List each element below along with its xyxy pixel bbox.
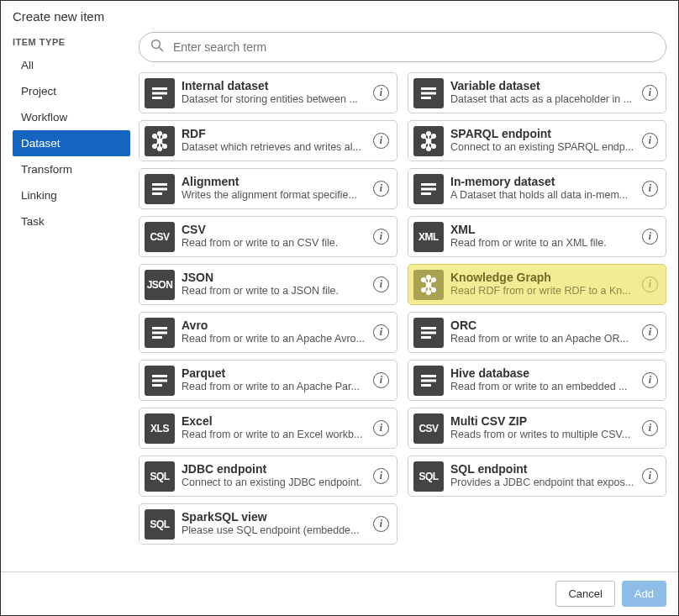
lines-icon: [413, 318, 444, 348]
info-icon[interactable]: i: [373, 276, 389, 292]
info-icon[interactable]: i: [373, 468, 389, 484]
sidebar-item[interactable]: Task: [13, 208, 130, 234]
svg-point-41: [426, 275, 431, 280]
item-card[interactable]: SQLJDBC endpointConnect to an existing J…: [139, 455, 397, 497]
card-description: Read from or write to an Excel workb...: [182, 428, 366, 442]
info-icon[interactable]: i: [642, 229, 658, 245]
info-icon[interactable]: i: [373, 85, 389, 101]
sidebar-item[interactable]: Dataset: [13, 130, 130, 156]
item-card[interactable]: XLSExcelRead from or write to an Excel w…: [139, 408, 397, 449]
card-text: ExcelRead from or write to an Excel work…: [182, 414, 366, 443]
item-card[interactable]: SQLSQL endpointProvides a JDBC endpoint …: [408, 455, 666, 497]
svg-point-40: [431, 287, 436, 292]
card-title: RDF: [182, 127, 366, 141]
svg-rect-49: [421, 336, 431, 339]
info-icon[interactable]: i: [642, 133, 658, 149]
item-card[interactable]: AlignmentWrites the alignment format spe…: [139, 168, 397, 209]
info-icon[interactable]: i: [373, 324, 389, 340]
info-icon[interactable]: i: [642, 468, 658, 484]
svg-point-21: [421, 134, 426, 139]
svg-rect-31: [421, 183, 436, 186]
format-icon: JSON: [145, 270, 175, 300]
card-description: Read from or write to an Apache Par...: [182, 380, 366, 394]
lines-icon: [145, 366, 175, 396]
info-icon[interactable]: i: [373, 420, 389, 436]
card-description: Read from or write to an XML file.: [450, 236, 635, 250]
card-description: Please use SQL endpoint (embedde...: [182, 524, 366, 538]
card-title: Avro: [182, 319, 366, 333]
svg-point-42: [426, 290, 431, 295]
svg-point-22: [431, 134, 436, 139]
svg-point-15: [157, 131, 162, 136]
format-icon: SQL: [145, 509, 175, 540]
info-icon[interactable]: i: [642, 324, 658, 340]
item-card[interactable]: SQLSparkSQL viewPlease use SQL endpoint …: [139, 503, 397, 545]
sidebar-item[interactable]: Linking: [13, 182, 130, 208]
card-text: JSONRead from or write to a JSON file.: [182, 271, 366, 299]
item-card[interactable]: Internal datasetDataset for storing enti…: [139, 72, 397, 113]
svg-rect-32: [421, 187, 436, 190]
card-title: Variable dataset: [450, 79, 635, 93]
info-icon[interactable]: i: [373, 133, 389, 149]
sidebar-item[interactable]: Transform: [13, 156, 130, 182]
svg-point-12: [162, 134, 167, 139]
svg-rect-50: [152, 375, 167, 377]
item-card[interactable]: AvroRead from or write to an Apache Avro…: [139, 312, 397, 353]
card-description: Read from or write to a JSON file.: [182, 284, 366, 298]
search-input[interactable]: [171, 39, 655, 55]
format-icon: CSV: [413, 413, 444, 444]
item-card[interactable]: CSVMulti CSV ZIPReads from or writes to …: [408, 408, 666, 449]
info-icon[interactable]: i: [642, 420, 658, 436]
card-text: AvroRead from or write to an Apache Avro…: [182, 319, 366, 347]
info-icon[interactable]: i: [642, 276, 658, 292]
item-card[interactable]: Variable datasetDataset that acts as a p…: [408, 72, 666, 113]
lines-icon: [145, 78, 175, 108]
info-icon[interactable]: i: [642, 372, 658, 388]
svg-rect-3: [152, 92, 167, 94]
info-icon[interactable]: i: [373, 229, 389, 245]
sidebar-item[interactable]: All: [13, 52, 130, 78]
item-card[interactable]: SPARQL endpointConnect to an existing SP…: [408, 120, 666, 161]
item-card[interactable]: XMLXMLRead from or write to an XML file.…: [408, 216, 666, 257]
card-description: Read RDF from or write RDF to a Kn...: [450, 284, 635, 298]
info-icon[interactable]: i: [373, 181, 389, 197]
card-description: Reads from or writes to multiple CSV...: [450, 428, 635, 442]
sidebar-item[interactable]: Project: [13, 78, 130, 104]
svg-rect-45: [152, 331, 167, 334]
sidebar-heading: ITEM TYPE: [13, 32, 130, 52]
format-icon: SQL: [145, 461, 175, 492]
svg-line-1: [159, 47, 163, 51]
card-title: JSON: [182, 271, 366, 285]
card-text: Multi CSV ZIPReads from or writes to mul…: [450, 414, 635, 443]
card-description: Dataset which retrieves and writes al...: [182, 140, 366, 155]
item-card[interactable]: ORCRead from or write to an Apache OR...…: [408, 312, 666, 353]
info-icon[interactable]: i: [373, 372, 389, 388]
item-card[interactable]: ParquetRead from or write to an Apache P…: [139, 360, 397, 401]
search-field[interactable]: [139, 32, 666, 62]
item-card[interactable]: RDFDataset which retrieves and writes al…: [139, 120, 397, 161]
svg-point-24: [431, 144, 436, 149]
items-grid: Internal datasetDataset for storing enti…: [139, 72, 666, 545]
cancel-button[interactable]: Cancel: [555, 581, 614, 607]
sidebar-item[interactable]: Workflow: [13, 104, 130, 130]
main-panel: Internal datasetDataset for storing enti…: [139, 32, 666, 568]
info-icon[interactable]: i: [642, 85, 658, 101]
card-title: SQL endpoint: [450, 462, 635, 476]
card-text: In-memory datasetA Dataset that holds al…: [450, 175, 635, 203]
svg-rect-28: [152, 183, 167, 186]
format-icon: XLS: [145, 413, 175, 444]
svg-rect-55: [421, 384, 431, 387]
format-icon: XML: [413, 222, 444, 252]
info-icon[interactable]: i: [642, 181, 658, 197]
item-card[interactable]: CSVCSVRead from or write to an CSV file.…: [139, 216, 397, 257]
item-card[interactable]: Knowledge GraphRead RDF from or write RD…: [408, 264, 666, 305]
card-title: Excel: [182, 414, 366, 429]
info-icon[interactable]: i: [373, 516, 389, 532]
item-card[interactable]: In-memory datasetA Dataset that holds al…: [408, 168, 666, 209]
item-card[interactable]: Hive databaseRead from or write to an em…: [408, 360, 666, 401]
add-button[interactable]: Add: [622, 581, 666, 607]
svg-point-39: [421, 287, 426, 292]
card-description: Connect to an existing SPARQL endp...: [450, 140, 635, 155]
item-card[interactable]: JSONJSONRead from or write to a JSON fil…: [139, 264, 397, 305]
card-description: Dataset that acts as a placeholder in ..…: [450, 92, 635, 107]
